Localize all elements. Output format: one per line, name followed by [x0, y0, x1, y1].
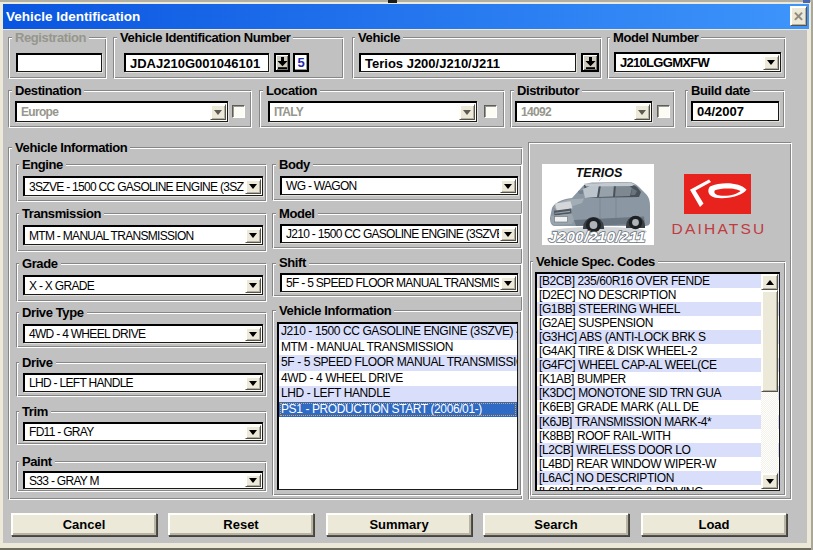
svg-text:TERIOS: TERIOS: [576, 166, 623, 180]
svg-text:J200/210/211: J200/210/211: [548, 228, 645, 245]
